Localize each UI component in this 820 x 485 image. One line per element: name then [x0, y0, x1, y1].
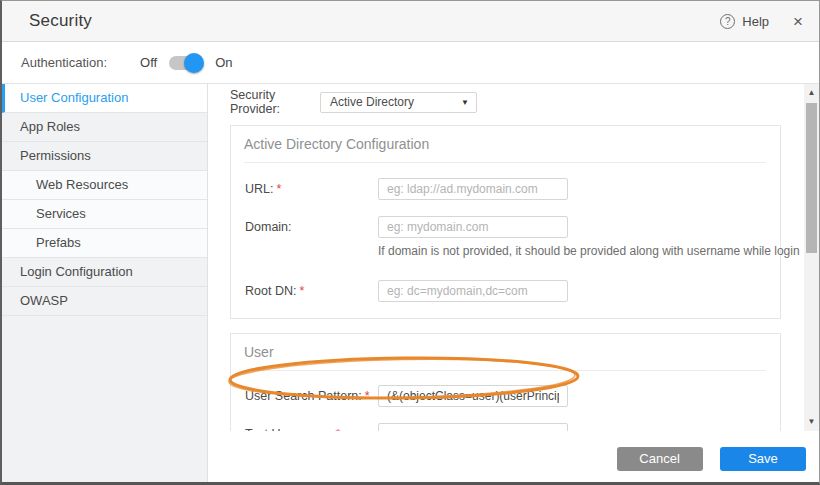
root-dn-label: Root DN:*: [245, 280, 378, 298]
test-username-input[interactable]: [378, 423, 568, 431]
help-icon[interactable]: ?: [720, 14, 735, 29]
sidebar-item-web-resources[interactable]: Web Resources: [2, 171, 207, 200]
page-title: Security: [29, 11, 92, 31]
help-link[interactable]: Help: [742, 14, 769, 29]
sidebar-item-prefabs[interactable]: Prefabs: [2, 229, 207, 258]
root-dn-input[interactable]: [378, 280, 568, 302]
dialog-header: Security ? Help ×: [2, 1, 819, 42]
panel-title: User: [241, 344, 766, 360]
user-search-pattern-input[interactable]: [378, 385, 568, 407]
security-provider-label: Security Provider:: [230, 88, 320, 116]
toggle-knob: [184, 53, 204, 73]
sidebar-item-owasp[interactable]: OWASP: [2, 287, 207, 316]
security-dialog: Security ? Help × Authentication: Off On…: [0, 0, 820, 485]
domain-help-text: If domain is not provided, it should be …: [378, 244, 766, 258]
authentication-toggle[interactable]: [168, 53, 204, 73]
authentication-label: Authentication:: [21, 55, 107, 70]
security-provider-select[interactable]: Active Directory ▼: [320, 92, 477, 113]
test-username-label: Test Username:*: [245, 423, 378, 431]
sidebar-item-permissions[interactable]: Permissions: [2, 142, 207, 171]
sidebar-item-user-configuration[interactable]: User Configuration: [2, 84, 207, 113]
url-label: URL:*: [245, 178, 378, 196]
url-input[interactable]: [378, 178, 568, 200]
dialog-footer: Cancel Save: [208, 431, 819, 484]
domain-input[interactable]: [378, 216, 568, 238]
user-panel: User User Search Pattern:* Test Username…: [230, 333, 781, 431]
cancel-button[interactable]: Cancel: [617, 447, 703, 471]
toggle-off-label: Off: [140, 55, 157, 70]
scrollbar-thumb[interactable]: [806, 103, 817, 253]
settings-content: Security Provider: Active Directory ▼ Ac…: [208, 84, 804, 431]
close-icon[interactable]: ×: [793, 13, 803, 30]
sidebar-item-app-roles[interactable]: App Roles: [2, 113, 207, 142]
dropdown-arrow-icon: ▼: [461, 98, 469, 107]
security-provider-value: Active Directory: [330, 95, 461, 109]
divider: [244, 370, 766, 371]
sidebar-item-services[interactable]: Services: [2, 200, 207, 229]
vertical-scrollbar[interactable]: ▲ ▼: [804, 84, 819, 431]
user-search-pattern-label: User Search Pattern:*: [245, 385, 378, 403]
settings-sidebar: User Configuration App Roles Permissions…: [2, 84, 208, 484]
ad-configuration-panel: Active Directory Configuration URL:* Dom…: [230, 125, 781, 319]
save-button[interactable]: Save: [720, 447, 806, 471]
sidebar-item-login-configuration[interactable]: Login Configuration: [2, 258, 207, 287]
scroll-down-icon[interactable]: ▼: [808, 418, 816, 426]
toggle-on-label: On: [215, 55, 232, 70]
panel-title: Active Directory Configuration: [241, 136, 766, 152]
divider: [244, 162, 766, 163]
scroll-up-icon[interactable]: ▲: [808, 89, 816, 97]
domain-label: Domain:: [245, 216, 378, 234]
authentication-row: Authentication: Off On: [2, 42, 819, 84]
